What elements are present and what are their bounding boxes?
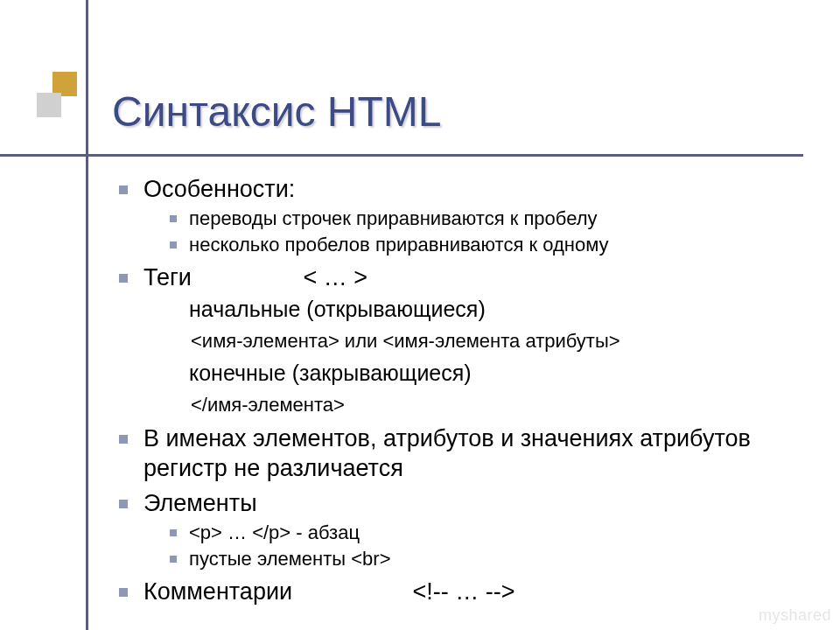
vertical-rule	[86, 0, 88, 630]
sub-item: конечные (закрывающиеся)	[144, 359, 812, 388]
item-features: Особенности: переводы строчек приравнива…	[112, 175, 812, 258]
item-tags: Теги < … > начальные (открывающиеся) <им…	[112, 263, 812, 419]
sub-item: несколько пробелов приравниваются к одно…	[144, 233, 812, 258]
watermark: myshared	[759, 606, 831, 625]
item-label: Комментарии	[144, 578, 292, 605]
horizontal-rule	[0, 154, 803, 157]
item-label: Теги	[144, 264, 192, 290]
item-case-insensitive: В именах элементов, атрибутов и значения…	[112, 424, 812, 484]
sub-item: <p> … </p> - абзац	[144, 521, 812, 546]
sub-item: начальные (открывающиеся)	[144, 295, 812, 324]
slide-body: Особенности: переводы строчек приравнива…	[112, 175, 812, 612]
example-text: </имя-элемента>	[191, 394, 345, 416]
sub-item: переводы строчек приравниваются к пробел…	[144, 206, 812, 232]
slide-title: Синтаксис HTML	[112, 91, 441, 133]
grey-square-icon	[37, 93, 61, 117]
tag-example: <имя-элемента> или <имя-элемента атрибут…	[144, 328, 812, 355]
item-label: В именах элементов, атрибутов и значения…	[144, 425, 751, 481]
item-label: Элементы	[144, 490, 257, 516]
item-label: Особенности:	[144, 176, 295, 202]
item-comments: Комментарии <!-- … -->	[112, 578, 812, 607]
tag-syntax: < … >	[303, 263, 368, 293]
example-text: <имя-элемента>	[191, 330, 340, 352]
comment-syntax: <!-- … -->	[413, 578, 515, 607]
item-elements: Элементы <p> … </p> - абзац пустые элеме…	[112, 489, 812, 572]
sub-item: пустые элементы <br>	[144, 547, 812, 572]
tag-example: </имя-элемента>	[144, 392, 812, 419]
example-text: <имя-элемента атрибуты>	[382, 330, 620, 352]
example-text: или	[340, 330, 383, 352]
